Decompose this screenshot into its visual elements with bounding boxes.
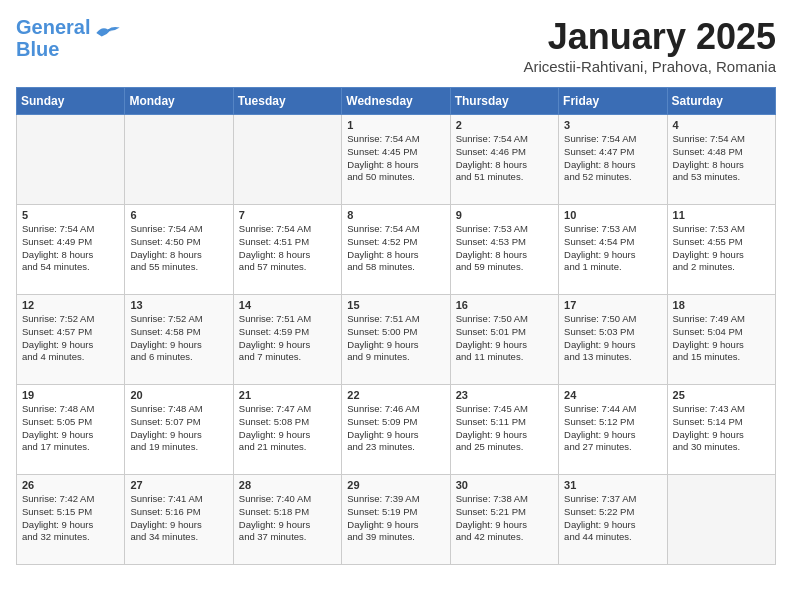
day-info: Sunrise: 7:54 AM Sunset: 4:49 PM Dayligh… [22,223,119,274]
day-number: 25 [673,389,770,401]
day-number: 13 [130,299,227,311]
calendar-cell: 23Sunrise: 7:45 AM Sunset: 5:11 PM Dayli… [450,385,558,475]
calendar-cell: 27Sunrise: 7:41 AM Sunset: 5:16 PM Dayli… [125,475,233,565]
day-number: 6 [130,209,227,221]
day-number: 31 [564,479,661,491]
location-subtitle: Aricestii-Rahtivani, Prahova, Romania [523,58,776,75]
day-info: Sunrise: 7:53 AM Sunset: 4:54 PM Dayligh… [564,223,661,274]
calendar-cell [17,115,125,205]
calendar-cell: 11Sunrise: 7:53 AM Sunset: 4:55 PM Dayli… [667,205,775,295]
week-row-1: 1Sunrise: 7:54 AM Sunset: 4:45 PM Daylig… [17,115,776,205]
calendar-cell: 2Sunrise: 7:54 AM Sunset: 4:46 PM Daylig… [450,115,558,205]
day-info: Sunrise: 7:54 AM Sunset: 4:46 PM Dayligh… [456,133,553,184]
day-number: 3 [564,119,661,131]
weekday-header-saturday: Saturday [667,88,775,115]
logo-text: General Blue [16,16,90,60]
calendar-cell: 31Sunrise: 7:37 AM Sunset: 5:22 PM Dayli… [559,475,667,565]
calendar-cell [125,115,233,205]
calendar-cell: 14Sunrise: 7:51 AM Sunset: 4:59 PM Dayli… [233,295,341,385]
day-number: 23 [456,389,553,401]
day-info: Sunrise: 7:45 AM Sunset: 5:11 PM Dayligh… [456,403,553,454]
day-info: Sunrise: 7:51 AM Sunset: 5:00 PM Dayligh… [347,313,444,364]
day-info: Sunrise: 7:44 AM Sunset: 5:12 PM Dayligh… [564,403,661,454]
week-row-2: 5Sunrise: 7:54 AM Sunset: 4:49 PM Daylig… [17,205,776,295]
day-info: Sunrise: 7:54 AM Sunset: 4:51 PM Dayligh… [239,223,336,274]
day-info: Sunrise: 7:53 AM Sunset: 4:55 PM Dayligh… [673,223,770,274]
day-info: Sunrise: 7:54 AM Sunset: 4:48 PM Dayligh… [673,133,770,184]
day-info: Sunrise: 7:51 AM Sunset: 4:59 PM Dayligh… [239,313,336,364]
day-info: Sunrise: 7:37 AM Sunset: 5:22 PM Dayligh… [564,493,661,544]
day-number: 24 [564,389,661,401]
calendar-cell: 19Sunrise: 7:48 AM Sunset: 5:05 PM Dayli… [17,385,125,475]
title-area: January 2025 Aricestii-Rahtivani, Prahov… [523,16,776,75]
day-number: 8 [347,209,444,221]
day-number: 18 [673,299,770,311]
day-number: 16 [456,299,553,311]
day-number: 26 [22,479,119,491]
calendar-cell: 5Sunrise: 7:54 AM Sunset: 4:49 PM Daylig… [17,205,125,295]
day-number: 27 [130,479,227,491]
day-number: 20 [130,389,227,401]
day-info: Sunrise: 7:50 AM Sunset: 5:01 PM Dayligh… [456,313,553,364]
weekday-header-monday: Monday [125,88,233,115]
day-number: 7 [239,209,336,221]
calendar-cell: 29Sunrise: 7:39 AM Sunset: 5:19 PM Dayli… [342,475,450,565]
day-info: Sunrise: 7:52 AM Sunset: 4:57 PM Dayligh… [22,313,119,364]
day-info: Sunrise: 7:53 AM Sunset: 4:53 PM Dayligh… [456,223,553,274]
week-row-5: 26Sunrise: 7:42 AM Sunset: 5:15 PM Dayli… [17,475,776,565]
day-number: 22 [347,389,444,401]
calendar-cell [667,475,775,565]
calendar-table: SundayMondayTuesdayWednesdayThursdayFrid… [16,87,776,565]
day-info: Sunrise: 7:47 AM Sunset: 5:08 PM Dayligh… [239,403,336,454]
day-number: 2 [456,119,553,131]
day-number: 29 [347,479,444,491]
day-number: 5 [22,209,119,221]
month-title: January 2025 [523,16,776,58]
weekday-header-sunday: Sunday [17,88,125,115]
calendar-cell: 6Sunrise: 7:54 AM Sunset: 4:50 PM Daylig… [125,205,233,295]
day-info: Sunrise: 7:42 AM Sunset: 5:15 PM Dayligh… [22,493,119,544]
day-info: Sunrise: 7:48 AM Sunset: 5:07 PM Dayligh… [130,403,227,454]
calendar-cell: 1Sunrise: 7:54 AM Sunset: 4:45 PM Daylig… [342,115,450,205]
day-number: 28 [239,479,336,491]
day-number: 10 [564,209,661,221]
calendar-cell: 18Sunrise: 7:49 AM Sunset: 5:04 PM Dayli… [667,295,775,385]
logo-bird-icon [94,24,122,42]
calendar-cell: 10Sunrise: 7:53 AM Sunset: 4:54 PM Dayli… [559,205,667,295]
weekday-header-row: SundayMondayTuesdayWednesdayThursdayFrid… [17,88,776,115]
calendar-cell: 8Sunrise: 7:54 AM Sunset: 4:52 PM Daylig… [342,205,450,295]
day-info: Sunrise: 7:54 AM Sunset: 4:45 PM Dayligh… [347,133,444,184]
day-info: Sunrise: 7:43 AM Sunset: 5:14 PM Dayligh… [673,403,770,454]
day-info: Sunrise: 7:39 AM Sunset: 5:19 PM Dayligh… [347,493,444,544]
calendar-cell: 17Sunrise: 7:50 AM Sunset: 5:03 PM Dayli… [559,295,667,385]
weekday-header-tuesday: Tuesday [233,88,341,115]
calendar-cell: 21Sunrise: 7:47 AM Sunset: 5:08 PM Dayli… [233,385,341,475]
calendar-cell: 13Sunrise: 7:52 AM Sunset: 4:58 PM Dayli… [125,295,233,385]
weekday-header-friday: Friday [559,88,667,115]
day-info: Sunrise: 7:54 AM Sunset: 4:50 PM Dayligh… [130,223,227,274]
calendar-cell: 30Sunrise: 7:38 AM Sunset: 5:21 PM Dayli… [450,475,558,565]
day-info: Sunrise: 7:54 AM Sunset: 4:47 PM Dayligh… [564,133,661,184]
calendar-cell: 9Sunrise: 7:53 AM Sunset: 4:53 PM Daylig… [450,205,558,295]
day-info: Sunrise: 7:40 AM Sunset: 5:18 PM Dayligh… [239,493,336,544]
day-info: Sunrise: 7:52 AM Sunset: 4:58 PM Dayligh… [130,313,227,364]
week-row-4: 19Sunrise: 7:48 AM Sunset: 5:05 PM Dayli… [17,385,776,475]
day-info: Sunrise: 7:41 AM Sunset: 5:16 PM Dayligh… [130,493,227,544]
day-info: Sunrise: 7:49 AM Sunset: 5:04 PM Dayligh… [673,313,770,364]
page-header: General Blue January 2025 Aricestii-Raht… [16,16,776,75]
day-info: Sunrise: 7:50 AM Sunset: 5:03 PM Dayligh… [564,313,661,364]
calendar-cell: 24Sunrise: 7:44 AM Sunset: 5:12 PM Dayli… [559,385,667,475]
day-number: 4 [673,119,770,131]
calendar-cell: 16Sunrise: 7:50 AM Sunset: 5:01 PM Dayli… [450,295,558,385]
calendar-cell: 22Sunrise: 7:46 AM Sunset: 5:09 PM Dayli… [342,385,450,475]
day-info: Sunrise: 7:46 AM Sunset: 5:09 PM Dayligh… [347,403,444,454]
day-number: 14 [239,299,336,311]
day-info: Sunrise: 7:48 AM Sunset: 5:05 PM Dayligh… [22,403,119,454]
weekday-header-thursday: Thursday [450,88,558,115]
day-number: 17 [564,299,661,311]
calendar-cell: 28Sunrise: 7:40 AM Sunset: 5:18 PM Dayli… [233,475,341,565]
day-number: 19 [22,389,119,401]
calendar-cell: 20Sunrise: 7:48 AM Sunset: 5:07 PM Dayli… [125,385,233,475]
calendar-cell: 7Sunrise: 7:54 AM Sunset: 4:51 PM Daylig… [233,205,341,295]
calendar-cell: 15Sunrise: 7:51 AM Sunset: 5:00 PM Dayli… [342,295,450,385]
